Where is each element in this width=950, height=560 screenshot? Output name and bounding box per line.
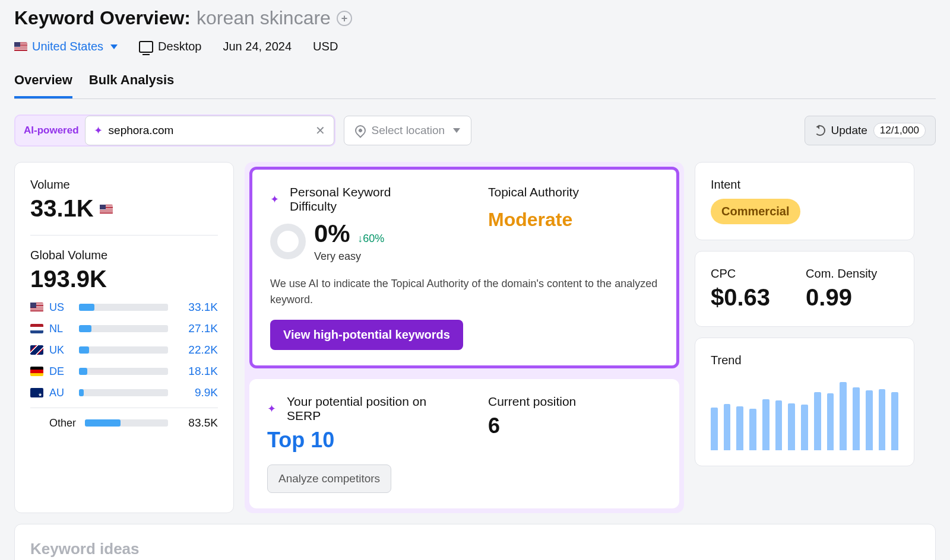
intent-label: Intent (711, 178, 898, 192)
trend-label: Trend (711, 354, 898, 367)
volume-card: Volume 33.1K Global Volume 193.9K US33.1… (14, 162, 234, 513)
tab-bulk-analysis[interactable]: Bulk Analysis (89, 72, 174, 98)
other-label: Other (49, 417, 77, 429)
add-keyword-button[interactable]: + (337, 11, 352, 26)
ai-insights-column: ✦ Personal Keyword Difficulty 0% ↓60% Ve… (245, 162, 684, 513)
flag-us-icon (100, 205, 113, 214)
domain-input-wrap[interactable]: ✦ ✕ (85, 116, 334, 145)
sparkle-icon: ✦ (94, 124, 103, 137)
volume-bar (79, 368, 168, 375)
global-volume-row[interactable]: AU9.9K (30, 386, 218, 399)
global-volume-row[interactable]: NL27.1K (30, 322, 218, 335)
intent-card: Intent Commercial (695, 162, 914, 240)
currency-label: USD (313, 40, 338, 53)
update-button[interactable]: Update 12/1,000 (805, 116, 936, 145)
refresh-icon (815, 125, 825, 136)
trend-bar (827, 393, 834, 450)
location-placeholder: Select location (372, 124, 445, 137)
sparkle-icon: ✦ (267, 402, 276, 415)
trend-bar (724, 404, 731, 450)
volume-value: 33.1K (30, 195, 94, 222)
date-label: Jun 24, 2024 (223, 40, 292, 53)
current-position-title: Current position (488, 394, 661, 409)
analyze-competitors-button[interactable]: Analyze competitors (267, 464, 391, 493)
country-volume-value: 18.1K (176, 365, 218, 378)
country-volume-value: 9.9K (176, 386, 218, 399)
trend-bar (801, 405, 808, 450)
intent-badge: Commercial (711, 199, 800, 224)
pin-icon (353, 123, 368, 138)
page-header: Keyword Overview: korean skincare + Unit… (14, 0, 936, 53)
ai-description: We use AI to indicate the Topical Author… (270, 276, 658, 308)
device-label: Desktop (158, 40, 201, 53)
global-volume-list: US33.1KNL27.1KUK22.2KDE18.1KAU9.9K (30, 301, 218, 399)
chevron-down-icon (453, 128, 460, 133)
trend-bar (879, 389, 886, 450)
keyword-ideas-title: Keyword ideas (30, 540, 920, 558)
tabs: Overview Bulk Analysis (14, 72, 936, 99)
topical-authority-title: Topical Authority (488, 185, 658, 199)
global-volume-row[interactable]: DE18.1K (30, 365, 218, 378)
domain-input[interactable] (109, 124, 315, 137)
pkw-value: 0% (314, 219, 350, 247)
country-volume-value: 22.2K (176, 343, 218, 357)
country-volume-value: 27.1K (176, 322, 218, 335)
page-title-prefix: Keyword Overview: (14, 7, 191, 29)
cpc-value: $0.63 (711, 284, 770, 311)
country-code: US (49, 301, 71, 314)
trend-bar (749, 409, 756, 450)
country-select[interactable]: United States (14, 40, 118, 53)
country-volume-value: 33.1K (176, 301, 218, 314)
trend-bar (775, 400, 783, 450)
ai-domain-filter: AI-powered ✦ ✕ (14, 114, 335, 147)
keyword-ideas-card: Keyword ideas (14, 524, 936, 560)
trend-bar (866, 390, 873, 450)
potential-position-value: Top 10 (267, 428, 441, 453)
pkw-subtitle: Very easy (314, 250, 384, 263)
location-select[interactable]: Select location (344, 116, 472, 145)
trend-bar (840, 382, 847, 450)
personal-keyword-difficulty-card: ✦ Personal Keyword Difficulty 0% ↓60% Ve… (249, 167, 679, 368)
view-high-potential-keywords-button[interactable]: View high-potential keywords (270, 320, 463, 350)
country-select-label: United States (32, 40, 103, 53)
other-value: 83.5K (176, 416, 218, 429)
flag-icon (30, 345, 43, 355)
update-quota: 12/1,000 (873, 123, 926, 138)
page-title-keyword: korean skincare (197, 7, 331, 29)
chevron-down-icon (110, 44, 118, 49)
ai-powered-label: AI-powered (24, 125, 85, 136)
trend-chart (711, 379, 898, 450)
country-code: AU (49, 387, 71, 399)
global-volume-label: Global Volume (30, 249, 218, 262)
serp-position-card: ✦ Your potential position on SERP Top 10… (249, 379, 679, 508)
tab-overview[interactable]: Overview (14, 72, 72, 98)
global-volume-row[interactable]: UK22.2K (30, 343, 218, 357)
global-volume-row[interactable]: US33.1K (30, 301, 218, 314)
global-volume-other-row: Other 83.5K (30, 416, 218, 429)
flag-us-icon (14, 42, 27, 52)
update-label: Update (831, 124, 867, 137)
pkw-title: ✦ Personal Keyword Difficulty (270, 185, 441, 214)
volume-bar (79, 389, 168, 396)
potential-position-title: ✦ Your potential position on SERP (267, 394, 441, 423)
clear-domain-icon[interactable]: ✕ (315, 123, 325, 138)
trend-bar (736, 406, 743, 450)
trend-bar (762, 399, 770, 450)
com-density-label: Com. Density (806, 267, 877, 281)
com-density-value: 0.99 (806, 284, 877, 311)
device-select[interactable]: Desktop (139, 40, 201, 53)
filters-row: AI-powered ✦ ✕ Select location Update 12… (14, 114, 936, 147)
volume-label: Volume (30, 178, 218, 192)
desktop-icon (139, 41, 153, 53)
trend-bar (788, 403, 795, 450)
volume-bar (79, 325, 168, 332)
flag-icon (30, 388, 43, 397)
country-code: NL (49, 323, 71, 335)
topical-authority-value: Moderate (488, 209, 658, 231)
trend-card: Trend (695, 338, 914, 466)
other-bar (85, 419, 168, 427)
global-volume-value: 193.9K (30, 266, 218, 292)
pkw-delta: ↓60% (357, 233, 384, 244)
flag-icon (30, 303, 43, 312)
flag-icon (30, 324, 43, 333)
